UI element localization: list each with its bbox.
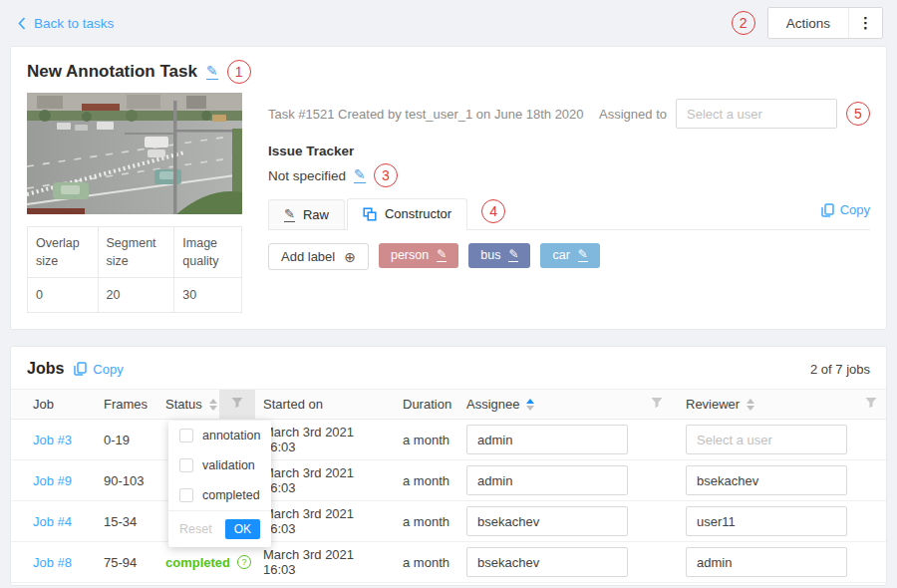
assignee-sorter-icon[interactable] xyxy=(526,399,534,411)
assignee-filter-trigger[interactable] xyxy=(636,390,678,420)
filter-reset-button[interactable]: Reset xyxy=(179,522,212,536)
jobs-card: Jobs Copy 2 of 7 jobs Job Frames Status xyxy=(10,346,887,586)
label-person-name: person xyxy=(391,248,429,262)
checkbox-completed[interactable] xyxy=(179,488,193,502)
task-card: New Annotation Task ✎ 1 xyxy=(10,46,887,330)
frames-cell: 90-103 xyxy=(96,460,157,501)
filter-funnel-icon xyxy=(651,397,663,409)
job-link[interactable]: Job #4 xyxy=(33,514,72,529)
copy-jobs-label: Copy xyxy=(93,362,123,377)
col-duration: Duration xyxy=(395,390,458,420)
col-assignee[interactable]: Assignee xyxy=(458,390,636,420)
edit-issue-tracker-icon[interactable]: ✎ xyxy=(354,167,366,183)
col-reviewer[interactable]: Reviewer xyxy=(678,390,855,420)
issue-tracker-label: Issue Tracker xyxy=(268,144,870,158)
filter-option-completed[interactable]: completed xyxy=(168,480,271,510)
assignee-input[interactable] xyxy=(466,547,628,577)
duration-cell: a month xyxy=(395,420,458,460)
edit-label-person-icon[interactable]: ✎ xyxy=(437,248,447,262)
param-value-quality: 30 xyxy=(174,278,242,313)
task-preview-image xyxy=(27,93,242,214)
tab-raw-label: Raw xyxy=(303,207,329,222)
tab-constructor-label: Constructor xyxy=(385,206,451,221)
started-cell: March 3rd 2021 16:03 xyxy=(255,501,395,542)
col-reviewer-label: Reviewer xyxy=(686,397,740,412)
copy-jobs-button[interactable]: Copy xyxy=(74,362,123,377)
assignee-input[interactable] xyxy=(466,425,628,454)
started-cell: March 3rd 2021 16:03 xyxy=(255,542,395,583)
annotation-badge-4: 4 xyxy=(481,199,505,223)
task-params-table: Overlap size Segment size Image quality … xyxy=(27,226,242,313)
frames-cell: 0-19 xyxy=(96,420,157,460)
param-header-segment: Segment size xyxy=(98,227,174,278)
col-assignee-label: Assignee xyxy=(466,397,519,412)
copy-labels-button[interactable]: Copy xyxy=(821,202,870,217)
actions-label[interactable]: Actions xyxy=(768,8,848,38)
status-sorter-icon[interactable] xyxy=(209,399,217,411)
filter-option-validation-label: validation xyxy=(202,458,255,472)
tab-raw[interactable]: ✎ Raw xyxy=(268,199,345,229)
filter-option-completed-label: completed xyxy=(202,488,260,502)
reviewer-input[interactable] xyxy=(686,425,847,454)
started-cell: March 3rd 2021 16:03 xyxy=(255,420,395,460)
edit-title-icon[interactable]: ✎ xyxy=(206,64,218,80)
job-link[interactable]: Job #9 xyxy=(33,473,72,488)
raw-pencil-icon: ✎ xyxy=(284,207,295,222)
jobs-count: 2 of 7 jobs xyxy=(810,362,870,377)
task-meta: Task #1521 Created by test_user_1 on Jun… xyxy=(268,107,584,122)
job-row-3: Job #3 0-19 March 3rd 2021 16:03 a month xyxy=(11,420,886,460)
status-filter-dropdown: annotation validation completed Reset OK xyxy=(168,421,271,547)
actions-button[interactable]: Actions ⋮ xyxy=(767,7,883,39)
filter-option-annotation[interactable]: annotation xyxy=(168,421,271,450)
status-cell: completed xyxy=(165,555,230,570)
back-label: Back to tasks xyxy=(34,16,114,31)
duration-cell: a month xyxy=(395,460,458,501)
add-label-text: Add label xyxy=(281,249,335,264)
duration-cell: a month xyxy=(395,501,458,542)
job-link[interactable]: Job #3 xyxy=(33,433,72,447)
more-menu-icon[interactable]: ⋮ xyxy=(848,8,882,38)
status-filter-trigger[interactable] xyxy=(219,390,255,420)
reviewer-sorter-icon[interactable] xyxy=(747,399,754,411)
annotation-badge-3: 3 xyxy=(374,163,398,187)
reviewer-input[interactable] xyxy=(686,506,847,536)
param-value-overlap: 0 xyxy=(28,278,99,313)
checkbox-validation[interactable] xyxy=(179,458,193,472)
edit-label-bus-icon[interactable]: ✎ xyxy=(508,248,518,262)
col-status[interactable]: Status xyxy=(157,390,219,420)
add-label-button[interactable]: Add label ⊕ xyxy=(268,243,369,270)
filter-funnel-icon xyxy=(865,397,877,409)
col-job: Job xyxy=(11,390,96,420)
plus-circle-icon: ⊕ xyxy=(344,250,356,264)
label-chip-bus[interactable]: bus ✎ xyxy=(468,243,530,268)
checkbox-annotation[interactable] xyxy=(179,429,193,442)
assignee-input[interactable] xyxy=(466,465,628,495)
task-title: New Annotation Task xyxy=(27,62,197,82)
frames-cell: 75-94 xyxy=(96,542,157,583)
assignee-input[interactable] xyxy=(466,506,628,536)
tab-constructor[interactable]: Constructor xyxy=(347,198,467,230)
jobs-table: Job Frames Status Started on Duration xyxy=(11,389,886,583)
reviewer-input[interactable] xyxy=(686,465,847,495)
label-chip-car[interactable]: car ✎ xyxy=(540,243,599,268)
issue-tracker-value: Not specified xyxy=(268,168,346,183)
assignee-select[interactable] xyxy=(676,99,837,129)
label-car-name: car xyxy=(552,248,569,262)
label-chip-person[interactable]: person ✎ xyxy=(379,243,458,268)
param-value-segment: 20 xyxy=(98,278,174,313)
edit-label-car-icon[interactable]: ✎ xyxy=(578,248,588,262)
job-row-9: Job #9 90-103 March 3rd 2021 16:03 a mon… xyxy=(11,460,886,501)
duration-cell: a month xyxy=(395,542,458,583)
labels-tabs: ✎ Raw Constructor 4 C xyxy=(268,198,870,230)
job-link[interactable]: Job #8 xyxy=(33,555,72,570)
question-circle-icon[interactable]: ? xyxy=(237,555,251,569)
topbar: Back to tasks 2 Actions ⋮ xyxy=(0,0,897,46)
back-to-tasks-link[interactable]: Back to tasks xyxy=(18,16,114,31)
job-row-8: Job #8 75-94 completed ? March 3rd 2021 … xyxy=(11,542,886,583)
filter-option-validation[interactable]: validation xyxy=(168,450,271,480)
reviewer-filter-trigger[interactable] xyxy=(855,390,886,420)
chevron-left-icon xyxy=(18,17,26,30)
reviewer-input[interactable] xyxy=(686,547,847,577)
started-cell: March 3rd 2021 16:03 xyxy=(255,460,395,501)
filter-ok-button[interactable]: OK xyxy=(225,519,260,539)
